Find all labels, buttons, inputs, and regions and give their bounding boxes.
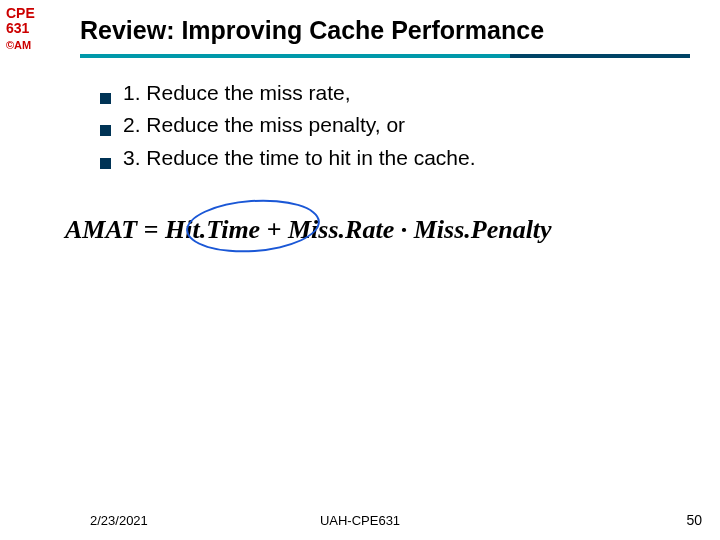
formula-miss-penalty: Miss.Penalty	[414, 215, 552, 244]
bullet-item: 1. Reduce the miss rate,	[100, 78, 476, 108]
slide-title: Review: Improving Cache Performance	[80, 16, 544, 45]
equals-sign: =	[144, 215, 159, 244]
course-code-line1: CPE	[0, 6, 50, 21]
square-bullet-icon	[100, 158, 111, 169]
title-rule-inner	[80, 54, 510, 58]
footer-center: UAH-CPE631	[0, 513, 720, 528]
formula-lhs: AMAT	[65, 215, 137, 244]
amat-formula: AMAT = Hit.Time + Miss.Rate · Miss.Penal…	[65, 215, 705, 245]
bullet-item: 3. Reduce the time to hit in the cache.	[100, 143, 476, 173]
course-code-line2: 631	[0, 21, 50, 36]
square-bullet-icon	[100, 93, 111, 104]
dot-operator: ·	[401, 215, 408, 244]
footer-page-number: 50	[686, 512, 702, 528]
bullet-list: 1. Reduce the miss rate, 2. Reduce the m…	[100, 78, 476, 175]
highlight-ellipse	[184, 195, 321, 256]
square-bullet-icon	[100, 125, 111, 136]
bullet-item: 2. Reduce the miss penalty, or	[100, 110, 476, 140]
sidebar: CPE 631 ©AM	[0, 0, 50, 51]
copyright-am: ©AM	[0, 39, 50, 51]
bullet-text: 2. Reduce the miss penalty, or	[123, 110, 405, 140]
bullet-text: 3. Reduce the time to hit in the cache.	[123, 143, 476, 173]
bullet-text: 1. Reduce the miss rate,	[123, 78, 351, 108]
